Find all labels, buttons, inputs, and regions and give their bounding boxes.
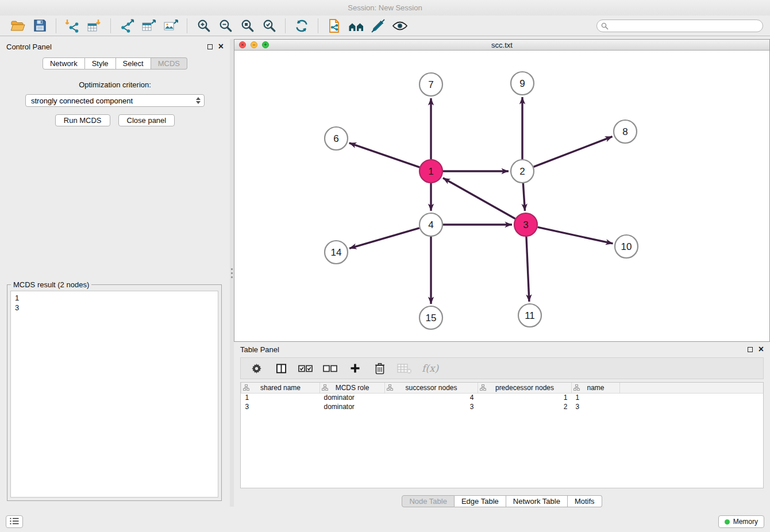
zoom-in-icon[interactable]	[192, 17, 214, 34]
nested-networks-icon[interactable]	[345, 17, 367, 34]
mcds-result-list[interactable]: 1 3	[10, 291, 218, 498]
tab-network-table[interactable]: Network Table	[506, 495, 568, 507]
close-panel-icon[interactable]: ×	[218, 43, 224, 50]
zoom-out-icon[interactable]	[214, 17, 236, 34]
toolbar-buttons	[7, 17, 411, 34]
network-canvas[interactable]: 7968124314101511	[234, 51, 769, 341]
network-graph: 7968124314101511	[234, 51, 769, 341]
open-file-icon[interactable]	[7, 17, 29, 34]
edge-3-10[interactable]	[538, 227, 613, 243]
node-9[interactable]: 9	[511, 72, 534, 95]
main-toolbar	[0, 16, 770, 36]
table-panel-header: Table Panel ×	[234, 342, 770, 357]
optimization-select[interactable]: strongly connected component	[25, 94, 205, 107]
tab-edge-table[interactable]: Edge Table	[455, 495, 506, 507]
columns-button[interactable]	[274, 360, 288, 376]
titlebar: Session: New Session	[0, 0, 770, 16]
import-table-icon[interactable]	[83, 17, 105, 34]
node-label: 11	[525, 310, 535, 321]
edge-3-1[interactable]	[443, 178, 515, 219]
edge-2-3[interactable]	[523, 183, 525, 211]
deselect-all-button[interactable]	[323, 360, 338, 376]
table-panel: Table Panel × f(x) shared nameMCDS roles…	[234, 342, 770, 511]
edge-2-8[interactable]	[534, 137, 613, 167]
node-14[interactable]: 14	[325, 241, 348, 264]
memory-button[interactable]: Memory	[718, 515, 764, 528]
tab-node-table[interactable]: Node Table	[402, 495, 455, 507]
table-panel-title: Table Panel	[240, 345, 279, 354]
column-header-shared-name[interactable]: shared name	[241, 383, 320, 393]
graphics-details-icon[interactable]	[389, 17, 411, 34]
edge-3-11[interactable]	[526, 237, 529, 302]
node-label: 2	[519, 166, 525, 177]
control-panel-tabs: NetworkStyleSelectMCDS	[0, 57, 230, 70]
zoom-fit-icon[interactable]	[236, 17, 258, 34]
style-brush-icon[interactable]	[367, 17, 389, 34]
node-label: 8	[622, 126, 627, 137]
close-window-icon[interactable]: ×	[239, 41, 246, 48]
mcds-result-title: MCDS result (2 nodes)	[11, 280, 91, 289]
node-label: 4	[428, 219, 433, 230]
node-1[interactable]: 1	[419, 160, 442, 183]
node-label: 7	[428, 79, 433, 90]
add-button[interactable]	[348, 360, 363, 376]
tab-style[interactable]: Style	[85, 57, 116, 70]
float-table-panel-icon[interactable]	[748, 347, 753, 352]
node-2[interactable]: 2	[511, 160, 534, 183]
network-from-selection-icon[interactable]	[324, 17, 345, 34]
edge-1-6[interactable]	[349, 143, 419, 167]
node-label: 15	[426, 313, 437, 323]
maximize-window-icon[interactable]: +	[262, 41, 269, 48]
node-4[interactable]: 4	[419, 213, 442, 236]
minimize-window-icon[interactable]: −	[251, 41, 257, 48]
optimization-value: strongly connected component	[31, 97, 133, 105]
table-row[interactable]: 1dominator411	[241, 393, 764, 402]
toolbar-separator	[56, 18, 56, 33]
search-input[interactable]	[596, 20, 763, 32]
export-image-icon[interactable]	[160, 17, 182, 34]
toolbar-separator	[187, 18, 187, 33]
zoom-selected-icon[interactable]	[258, 17, 280, 34]
export-table-icon[interactable]	[138, 17, 160, 34]
node-8[interactable]: 8	[614, 120, 637, 143]
network-window-titlebar[interactable]: × − + scc.txt	[234, 40, 769, 51]
refresh-icon[interactable]	[291, 17, 313, 34]
tab-network[interactable]: Network	[43, 57, 85, 70]
tab-mcds[interactable]: MCDS	[151, 57, 187, 70]
column-tree-icon	[322, 384, 328, 392]
column-header-predecessor-nodes[interactable]: predecessor nodes	[478, 383, 572, 393]
import-network-icon[interactable]	[61, 17, 83, 34]
export-network-icon[interactable]	[116, 17, 138, 34]
control-panel-title: Control Panel	[6, 43, 52, 51]
settings-button[interactable]	[249, 360, 264, 376]
column-header-name[interactable]: name	[572, 383, 620, 393]
node-table-body: 1dominator4113dominator323	[241, 393, 764, 411]
search-box	[596, 20, 763, 32]
panel-splitter[interactable]	[230, 39, 234, 507]
node-10[interactable]: 10	[615, 235, 638, 258]
node-label: 1	[428, 166, 433, 177]
select-all-button[interactable]	[298, 360, 313, 376]
save-session-icon[interactable]	[29, 17, 51, 34]
node-3[interactable]: 3	[514, 213, 537, 236]
float-panel-icon[interactable]	[207, 44, 213, 49]
column-header-successor-nodes[interactable]: successor nodes	[385, 383, 478, 393]
close-panel-button[interactable]: Close panel	[118, 114, 175, 126]
delete-button[interactable]	[372, 360, 387, 376]
node-7[interactable]: 7	[419, 73, 442, 96]
tab-select[interactable]: Select	[116, 57, 151, 70]
node-15[interactable]: 15	[419, 306, 442, 329]
node-6[interactable]: 6	[325, 127, 348, 150]
tab-motifs[interactable]: Motifs	[568, 495, 602, 507]
control-panel: Control Panel × NetworkStyleSelectMCDS O…	[0, 39, 230, 507]
toolbar-separator	[285, 18, 286, 33]
table-row[interactable]: 3dominator323	[241, 402, 764, 411]
list-icon	[10, 516, 19, 527]
node-11[interactable]: 11	[518, 304, 541, 327]
task-history-button[interactable]	[6, 515, 23, 528]
edge-4-14[interactable]	[349, 228, 419, 248]
column-header-mcds-role[interactable]: MCDS role	[320, 383, 385, 393]
run-mcds-button[interactable]: Run MCDS	[55, 114, 110, 126]
close-table-panel-icon[interactable]: ×	[759, 346, 764, 353]
control-panel-header: Control Panel ×	[0, 39, 230, 54]
